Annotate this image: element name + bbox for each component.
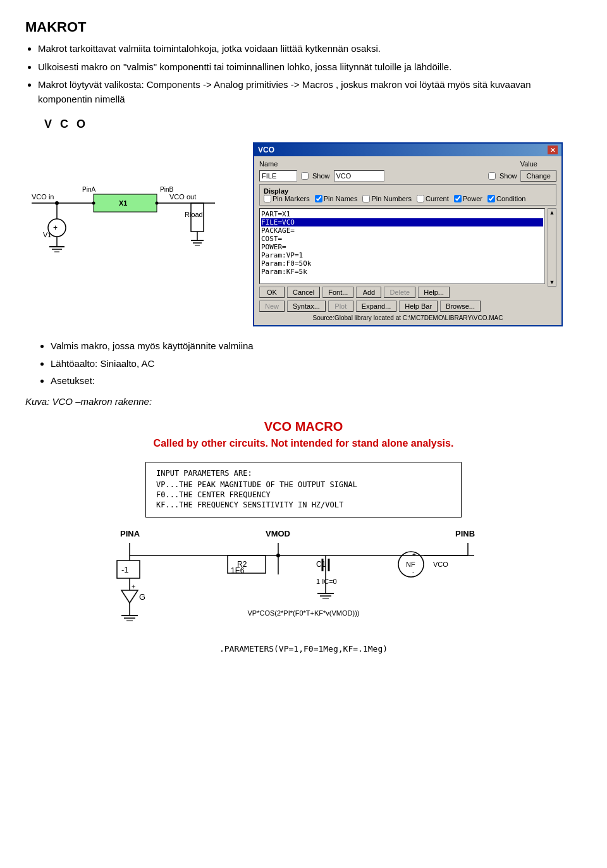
svg-text:PinB: PinB	[160, 186, 173, 193]
bottom-bullet-2: Lähtöaalto: Siniaalto, AC	[51, 357, 582, 371]
svg-text:+: +	[53, 223, 58, 232]
current-label: Current	[426, 195, 449, 202]
formula-text: .PARAMETERS(VP=1,F0=1Meg,KF=.1Meg)	[25, 644, 582, 654]
helpbar-button[interactable]: Help Bar	[399, 301, 438, 312]
display-checkboxes: Pin Markers Pin Names Pin Numbers Curren…	[264, 195, 552, 202]
param-line-1: VP...THE PEAK MAGNITUDE OF THE OUTPUT SI…	[156, 480, 451, 489]
pin-numbers-check: Pin Numbers	[362, 195, 412, 202]
source-text: Source:Global library located at C:\MC7D…	[259, 314, 556, 321]
pin-markers-checkbox[interactable]	[264, 195, 271, 202]
svg-text:PinA: PinA	[82, 186, 95, 193]
svg-text:PINB: PINB	[455, 529, 475, 538]
current-check: Current	[417, 195, 449, 202]
font-button[interactable]: Font...	[322, 287, 353, 298]
scroll-down-arrow[interactable]: ▼	[548, 278, 556, 286]
bottom-bullet-3: Asetukset:	[51, 374, 582, 388]
bullet-2: Ulkoisesti makro on "valmis" komponentti…	[38, 60, 582, 75]
bottom-bullet-1: Valmis makro, jossa myös käyttöjännite v…	[51, 339, 582, 354]
svg-point-24	[55, 201, 59, 205]
svg-marker-38	[121, 590, 138, 603]
svg-text:V1: V1	[43, 231, 51, 239]
line-file: FILE=VCO	[261, 218, 543, 226]
power-label: Power	[463, 195, 482, 202]
name-label: Name	[259, 160, 278, 168]
value-show-label: Show	[500, 172, 517, 180]
called-text: Called by other circuits. Not intended f…	[25, 438, 582, 449]
help-button[interactable]: Help...	[418, 287, 450, 298]
kuva-text: Kuva: VCO –makron rakenne:	[25, 396, 582, 407]
svg-text:1 IC=0: 1 IC=0	[316, 578, 337, 585]
pin-numbers-label: Pin Numbers	[371, 195, 412, 202]
line-cost: COST=	[261, 235, 282, 243]
file-show-checkbox[interactable]	[301, 172, 309, 180]
svg-text:VCO: VCO	[433, 561, 448, 568]
param-line-3: KF...THE FREQUENCY SENSITIVITY IN HZ/VOL…	[156, 500, 451, 509]
line-kf: Param:KF=5k	[261, 268, 307, 276]
dialog-close-button[interactable]: ✕	[548, 146, 558, 154]
power-check: Power	[454, 195, 482, 202]
scrollbar[interactable]: ▲ ▼	[548, 208, 556, 287]
svg-text:C1: C1	[316, 560, 326, 569]
textarea-wrapper: PART=X1 FILE=VCO PACKAGE= COST= POWER= P…	[259, 208, 545, 287]
vco-label: V C O	[44, 118, 582, 131]
svg-text:VCO in: VCO in	[32, 193, 54, 201]
cancel-button[interactable]: Cancel	[287, 287, 320, 298]
properties-text-area[interactable]: PART=X1 FILE=VCO PACKAGE= COST= POWER= P…	[259, 208, 545, 284]
text-area-row: PART=X1 FILE=VCO PACKAGE= COST= POWER= P…	[259, 208, 556, 287]
params-box: INPUT PARAMETERS ARE: VP...THE PEAK MAGN…	[145, 462, 462, 518]
bottom-section: Valmis makro, jossa myös käyttöjännite v…	[25, 339, 582, 388]
condition-label: Condition	[496, 195, 525, 202]
line-part: PART=X1	[261, 210, 290, 218]
line-f0: Param:F0=50k	[261, 259, 311, 268]
power-checkbox[interactable]	[454, 195, 462, 202]
vco-value-input[interactable]	[334, 170, 384, 182]
file-row: Show Show Change	[259, 170, 556, 182]
pin-markers-check: Pin Markers	[264, 195, 310, 202]
button-row-1: OK Cancel Font... Add Delete Help...	[259, 287, 556, 298]
diagram-area: VCO in PinA X1 PinB VCO out Rload V1 +	[25, 142, 582, 326]
expand-button[interactable]: Expand...	[356, 301, 396, 312]
pin-markers-label: Pin Markers	[273, 195, 310, 202]
display-section: Display Pin Markers Pin Names Pin Number…	[259, 184, 556, 206]
new-button[interactable]: New	[259, 301, 285, 312]
scroll-up-arrow[interactable]: ▲	[548, 209, 556, 216]
macro-diagram: PINA VMOD PINB -1 G + R2 1E6 C1 1 IC=0 N…	[82, 524, 525, 638]
add-button[interactable]: Add	[356, 287, 381, 298]
svg-text:Rload: Rload	[185, 211, 203, 218]
params-title: INPUT PARAMETERS ARE:	[156, 469, 451, 478]
syntax-button[interactable]: Syntax...	[287, 301, 326, 312]
display-label: Display	[264, 187, 288, 195]
svg-point-7	[92, 202, 95, 205]
svg-text:X1: X1	[119, 199, 127, 207]
browse-button[interactable]: Browse...	[440, 301, 481, 312]
svg-text:+: +	[132, 583, 135, 590]
svg-text:PINA: PINA	[120, 529, 140, 538]
svg-point-9	[156, 202, 159, 205]
pin-names-check: Pin Names	[315, 195, 358, 202]
param-line-2: F0...THE CENTER FREQUENCY	[156, 490, 451, 499]
pin-names-label: Pin Names	[324, 195, 358, 202]
svg-text:NF: NF	[406, 561, 415, 568]
ok-button[interactable]: OK	[259, 287, 285, 298]
pin-names-checkbox[interactable]	[315, 195, 322, 202]
condition-checkbox[interactable]	[487, 195, 495, 202]
plot-button[interactable]: Plot	[328, 301, 353, 312]
svg-text:-1: -1	[121, 565, 129, 574]
delete-button[interactable]: Delete	[384, 287, 415, 298]
svg-text:VP*COS(2*PI*(F0*T+KF*v(VMOD))): VP*COS(2*PI*(F0*T+KF*v(VMOD)))	[248, 609, 360, 617]
current-checkbox[interactable]	[417, 195, 424, 202]
value-show-checkbox[interactable]	[488, 172, 496, 180]
dialog-titlebar: VCO ✕	[254, 144, 561, 156]
name-value-row: Name Value	[259, 160, 556, 168]
circuit-diagram: VCO in PinA X1 PinB VCO out Rload V1 +	[25, 142, 240, 282]
dialog-body: Name Value Show Show Change Display	[254, 156, 561, 325]
svg-text:VMOD: VMOD	[266, 529, 290, 538]
pin-numbers-checkbox[interactable]	[362, 195, 370, 202]
svg-text:1E6: 1E6	[231, 566, 245, 575]
svg-text:VCO out: VCO out	[169, 193, 196, 201]
file-show-label: Show	[312, 172, 330, 180]
svg-text:G: G	[139, 592, 145, 602]
file-input[interactable]	[259, 170, 297, 182]
change-button[interactable]: Change	[520, 170, 556, 182]
dialog-title: VCO	[258, 146, 274, 154]
